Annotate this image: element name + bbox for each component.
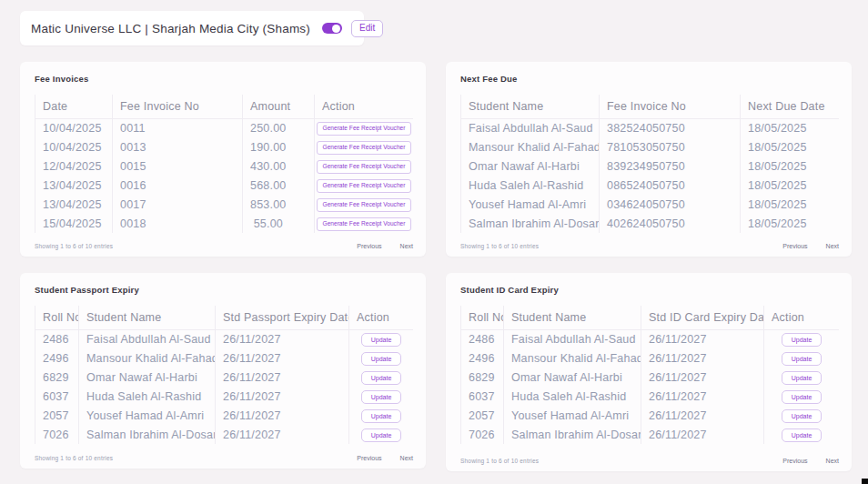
col-header-roll-no: Roll No [35,306,79,329]
cell-student-name: Faisal Abdullah Al-Saud [504,329,641,348]
cell-roll-no: 6037 [35,387,79,406]
cell-fee-invoice-no: 781053050750 [600,137,741,156]
cell-fee-invoice-no: 034624050750 [600,195,741,214]
table-row: 6037 Huda Saleh Al-Rashid 26/11/2027 Upd… [461,387,840,406]
cell-roll-no: 7026 [461,425,504,444]
update-id-card-button[interactable]: Update [782,409,822,423]
cell-roll-no: 2486 [461,329,504,348]
update-passport-button[interactable]: Update [361,333,401,347]
update-id-card-button[interactable]: Update [782,333,822,347]
next-button[interactable]: Next [826,243,839,249]
update-id-card-button[interactable]: Update [782,390,822,404]
next-button[interactable]: Next [400,455,413,461]
cell-student-name: Salman Ibrahim Al-Dosari [461,214,600,233]
generate-fee-receipt-voucher-button[interactable]: Generate Fee Receipt Voucher [317,122,411,136]
cell-passport-expiry-date: 26/11/2027 [216,425,349,444]
update-passport-button[interactable]: Update [361,352,401,366]
cell-fee-invoice-no: 0013 [113,137,243,156]
table-row: 10/04/2025 0011 250.00 Generate Fee Rece… [35,118,414,137]
cell-next-due-date: 18/05/2025 [741,195,840,214]
generate-fee-receipt-voucher-button[interactable]: Generate Fee Receipt Voucher [317,179,411,193]
table-row: Mansour Khalid Al-Fahad 781053050750 18/… [461,137,840,156]
cell-date: 13/04/2025 [35,176,113,195]
cell-student-name: Salman Ibrahim Al-Dosari [504,425,641,444]
cell-date: 15/04/2025 [35,214,113,233]
cell-id-card-expiry-date: 26/11/2027 [641,368,764,387]
cell-amount: 430.00 [243,156,315,176]
cell-id-card-expiry-date: 26/11/2027 [641,425,764,444]
cell-amount: 250.00 [243,118,315,137]
update-id-card-button[interactable]: Update [782,429,822,442]
cell-student-name: Mansour Khalid Al-Fahad [79,348,216,368]
cell-action: Update [349,387,414,406]
panel-student-id-card-expiry: Student ID Card Expiry Roll No Student N… [446,273,852,471]
cell-id-card-expiry-date: 26/11/2027 [641,387,764,406]
panel-title-next-fee-due: Next Fee Due [460,74,839,84]
cell-action: Update [764,406,840,425]
cell-date: 13/04/2025 [35,195,113,214]
cell-action: Update [764,348,840,368]
cell-id-card-expiry-date: 26/11/2027 [641,406,764,425]
update-id-card-button[interactable]: Update [782,352,822,366]
table-row: 6829 Omar Nawaf Al-Harbi 26/11/2027 Upda… [461,368,840,387]
col-header-student-name: Student Name [79,306,216,329]
table-row: Yousef Hamad Al-Amri 034624050750 18/05/… [461,195,840,214]
cell-roll-no: 2057 [461,406,504,425]
generate-fee-receipt-voucher-button[interactable]: Generate Fee Receipt Voucher [317,160,411,174]
panel-fee-invoices: Fee Invoices Date Fee Invoice No Amount … [20,62,426,257]
previous-button[interactable]: Previous [357,243,381,249]
table-row: 15/04/2025 0018 55.00 Generate Fee Recei… [35,214,414,233]
cell-roll-no: 6037 [461,387,504,406]
cell-next-due-date: 18/05/2025 [741,137,840,156]
generate-fee-receipt-voucher-button[interactable]: Generate Fee Receipt Voucher [317,141,411,155]
table-row: 13/04/2025 0016 568.00 Generate Fee Rece… [35,176,414,195]
col-header-fee-invoice-no: Fee Invoice No [113,95,243,118]
toggle-knob [332,25,340,33]
col-header-action: Action [349,306,414,329]
col-header-next-due-date: Next Due Date [741,95,840,118]
col-header-fee-invoice-no: Fee Invoice No [600,95,741,118]
update-passport-button[interactable]: Update [361,390,401,404]
cell-student-name: Mansour Khalid Al-Fahad [461,137,600,156]
previous-button[interactable]: Previous [357,455,381,461]
cell-id-card-expiry-date: 26/11/2027 [641,348,764,368]
panel-next-fee-due: Next Fee Due Student Name Fee Invoice No… [446,62,852,257]
col-header-passport-expiry-date: Std Passport Expiry Date [216,306,349,329]
cell-passport-expiry-date: 26/11/2027 [216,329,349,348]
generate-fee-receipt-voucher-button[interactable]: Generate Fee Receipt Voucher [317,198,411,212]
col-header-amount: Amount [243,95,315,118]
update-passport-button[interactable]: Update [361,409,401,423]
table-header-row: Date Fee Invoice No Amount Action [35,95,414,118]
cell-fee-invoice-no: 402624050750 [600,214,741,233]
panel-student-passport-expiry: Student Passport Expiry Roll No Student … [20,273,426,469]
previous-button[interactable]: Previous [782,458,807,464]
cell-fee-invoice-no: 0018 [113,214,243,233]
id-card-expiry-footer: Showing 1 to 6 of 10 entries Previous Ne… [460,458,839,464]
company-title: Matic Universe LLC | Sharjah Media City … [31,22,310,35]
cell-roll-no: 2496 [35,348,79,368]
next-button[interactable]: Next [400,243,413,249]
edit-button[interactable]: Edit [351,20,383,37]
cell-date: 12/04/2025 [35,156,113,176]
previous-button[interactable]: Previous [782,243,807,249]
cell-amount: 853.00 [243,195,315,214]
cell-student-name: Omar Nawaf Al-Harbi [461,156,600,176]
cell-next-due-date: 18/05/2025 [741,176,840,195]
update-passport-button[interactable]: Update [361,429,401,442]
update-id-card-button[interactable]: Update [782,371,822,385]
table-row: 10/04/2025 0013 190.00 Generate Fee Rece… [35,137,414,156]
cell-next-due-date: 18/05/2025 [741,156,840,176]
showing-entries-text: Showing 1 to 6 of 10 entries [460,458,539,464]
cell-student-name: Salman Ibrahim Al-Dosari [79,425,216,444]
cell-roll-no: 2496 [461,348,504,368]
col-header-id-card-expiry-date: Std ID Card Expiry Date [641,306,764,329]
update-passport-button[interactable]: Update [361,371,401,385]
next-button[interactable]: Next [826,458,839,464]
cell-student-name: Huda Saleh Al-Rashid [504,387,641,406]
panel-title-passport-expiry: Student Passport Expiry [35,285,413,295]
showing-entries-text: Showing 1 to 6 of 10 entries [35,243,113,249]
pagination: Previous Next [357,243,413,249]
col-header-date: Date [35,95,113,118]
company-toggle[interactable] [322,23,342,34]
generate-fee-receipt-voucher-button[interactable]: Generate Fee Receipt Voucher [317,217,411,231]
